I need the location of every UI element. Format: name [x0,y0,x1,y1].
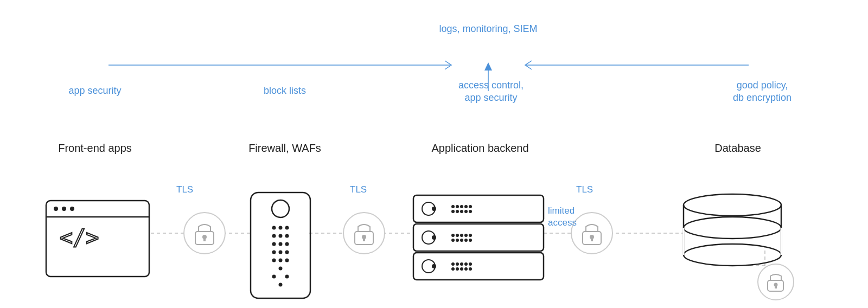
svg-point-45 [362,235,366,239]
svg-point-37 [279,259,283,262]
svg-point-99 [774,283,778,287]
svg-point-36 [272,259,276,262]
svg-point-79 [464,262,468,266]
svg-point-24 [272,226,276,230]
svg-point-25 [279,226,283,230]
svg-point-71 [464,239,468,242]
svg-rect-12 [46,201,149,277]
svg-point-32 [285,242,289,246]
svg-point-33 [272,251,276,254]
svg-rect-21 [203,237,206,241]
svg-point-63 [451,234,455,237]
svg-point-54 [469,205,472,208]
svg-point-49 [432,207,436,211]
svg-point-50 [451,205,455,208]
frontend-blue-label: app security [33,85,157,97]
database-label: Database [694,142,781,155]
svg-point-93 [684,217,781,239]
svg-point-83 [460,267,463,271]
svg-point-51 [456,205,459,208]
svg-point-28 [279,234,283,238]
svg-point-65 [460,234,463,237]
svg-rect-46 [363,237,365,241]
svg-point-76 [451,262,455,266]
architecture-diagram: </> [0,0,868,308]
backend-blue-label: access control,app security [429,79,553,105]
svg-point-41 [285,275,289,279]
svg-point-74 [422,260,435,273]
svg-point-43 [343,213,385,254]
svg-point-82 [456,267,459,271]
frontend-label: Front-end apps [33,142,157,155]
svg-point-39 [279,267,283,271]
svg-point-59 [469,210,472,213]
svg-point-16 [70,207,74,211]
svg-point-72 [469,239,472,242]
tls-label-1: TLS [176,184,193,195]
svg-point-29 [285,234,289,238]
tls-label-3: TLS [576,184,593,195]
svg-point-88 [590,235,594,239]
svg-text:</>: </> [60,225,99,250]
svg-point-81 [451,267,455,271]
svg-point-23 [272,200,289,217]
svg-point-18 [184,213,225,254]
svg-point-68 [451,239,455,242]
svg-point-27 [272,234,276,238]
limited-access-label: limitedaccess [548,205,577,229]
svg-point-55 [451,210,455,213]
top-label: logs, monitoring, SIEM [391,23,586,35]
svg-point-64 [456,234,459,237]
svg-point-61 [422,231,435,244]
svg-rect-60 [413,224,544,251]
svg-point-14 [54,207,58,211]
svg-rect-22 [251,193,310,298]
svg-point-70 [460,239,463,242]
svg-point-78 [460,262,463,266]
svg-rect-98 [768,280,783,291]
backend-label: Application backend [412,142,548,155]
svg-rect-19 [195,232,214,245]
svg-point-58 [464,210,468,213]
svg-point-31 [279,242,283,246]
svg-point-77 [456,262,459,266]
svg-point-62 [432,235,436,240]
svg-marker-3 [484,62,492,70]
database-blue-label: good policy,db encryption [700,79,825,105]
svg-point-48 [422,202,435,215]
svg-point-42 [279,283,283,287]
svg-point-94 [684,244,781,266]
svg-point-69 [456,239,459,242]
svg-point-67 [469,234,472,237]
svg-point-80 [469,262,472,266]
svg-rect-47 [413,195,544,222]
svg-rect-87 [583,232,601,245]
svg-point-26 [285,226,289,230]
svg-point-38 [285,259,289,262]
svg-point-56 [456,210,459,213]
svg-point-84 [464,267,468,271]
svg-point-66 [464,234,468,237]
svg-rect-44 [355,232,373,245]
svg-point-20 [202,235,207,239]
tls-label-2: TLS [350,184,367,195]
svg-point-30 [272,242,276,246]
svg-rect-73 [413,253,544,280]
svg-rect-100 [775,285,777,288]
svg-point-90 [684,194,781,216]
svg-point-97 [758,264,794,300]
svg-point-15 [62,207,66,211]
svg-point-52 [460,205,463,208]
svg-point-34 [279,251,283,254]
svg-point-75 [432,264,436,268]
svg-rect-89 [591,237,593,241]
svg-point-57 [460,210,463,213]
svg-point-40 [272,275,276,279]
svg-point-86 [571,213,612,254]
svg-point-85 [469,267,472,271]
firewall-label: Firewall, WAFs [228,142,342,155]
svg-point-35 [285,251,289,254]
svg-point-53 [464,205,468,208]
firewall-blue-label: block lists [225,85,344,97]
